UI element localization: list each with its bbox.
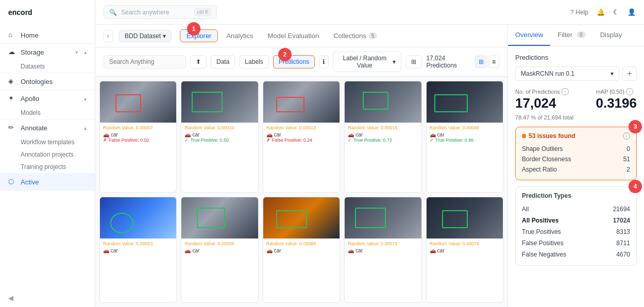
search-placeholder: Search anywhere: [121, 9, 169, 16]
sidebar-collapse-btn[interactable]: ◀: [0, 289, 95, 307]
image-card[interactable]: Random Value: 0.00007 🚗 car ✗ False Posi…: [99, 81, 177, 193]
chevron-icon: ▴: [84, 125, 87, 131]
sidebar-item-annotation-projects[interactable]: Annotation projects: [21, 148, 95, 161]
sidebar-item-label: Apollo: [21, 95, 39, 103]
list-view-button[interactable]: ≡: [488, 56, 499, 68]
dataset-selector[interactable]: BDD Dataset ▾: [119, 30, 172, 42]
car-icon: 🚗: [430, 132, 436, 138]
map-info-icon[interactable]: i: [626, 88, 633, 95]
pred-type-all-positives[interactable]: All Positives 17024: [522, 215, 630, 226]
card-info: Random Value: 0.00007 🚗 car ✗ False Posi…: [100, 123, 176, 145]
sidebar-item-home[interactable]: ⌂ Home: [0, 27, 95, 43]
step-4-indicator: 4: [629, 180, 642, 193]
user-avatar[interactable]: 👤: [628, 8, 636, 16]
data-filter-button[interactable]: Data: [211, 55, 235, 69]
theme-icon[interactable]: ☾: [613, 8, 619, 16]
add-prediction-button[interactable]: +: [622, 66, 637, 81]
upload-button[interactable]: ⬆: [190, 55, 207, 69]
issue-label: Shape Outliers: [522, 145, 563, 152]
topbar-right: ? Help 🔔 ☾ 👤: [570, 8, 636, 16]
image-card[interactable]: Random Value: 0.00015 🚗 car ✓ True Posit…: [344, 81, 421, 193]
percentage-label: 78.47 % of 21,694 total: [515, 114, 637, 121]
sidebar-item-apollo[interactable]: ✦ Apollo ▴: [0, 90, 95, 107]
predictions-section-title: Predictions: [515, 54, 637, 61]
true-positive-icon: ✓: [430, 138, 434, 143]
grid-view-button[interactable]: ⊞: [475, 56, 487, 68]
issue-row-border[interactable]: Border Closeness 51: [522, 154, 630, 164]
false-positive-icon: ✗: [103, 138, 107, 143]
sidebar-item-ontologies[interactable]: ◈ Ontologies: [0, 73, 95, 90]
detection-box: [110, 213, 133, 233]
issue-row-shape[interactable]: Shape Outliers 0: [522, 144, 630, 154]
back-button[interactable]: ‹: [104, 30, 113, 42]
home-icon: ⌂: [8, 31, 16, 39]
sidebar-item-datasets[interactable]: Datasets: [21, 60, 95, 73]
image-card[interactable]: Random Value: 0.00053 🚗 car: [99, 197, 177, 303]
tab-model-evaluation[interactable]: Model Evaluation: [261, 30, 325, 42]
sidebar-item-annotate[interactable]: ✏ Annotate ▴: [0, 120, 95, 136]
issues-info-icon[interactable]: i: [623, 132, 630, 140]
random-value: Random Value: 0.00049: [430, 125, 500, 130]
notification-icon[interactable]: 🔔: [597, 8, 605, 16]
pred-type-false-positives[interactable]: False Positives 8711: [522, 237, 630, 249]
annotate-icon: ✏: [8, 124, 16, 132]
dataset-name: BDD Dataset: [125, 32, 161, 40]
sidebar-item-label: Active: [21, 178, 39, 186]
columns-button[interactable]: ⊞: [405, 55, 422, 69]
select-chevron-icon: ▾: [611, 70, 614, 77]
image-card[interactable]: Random Value: 0.00078 🚗 car: [426, 197, 503, 303]
car-icon: 🚗: [184, 248, 191, 253]
image-thumbnail: [427, 197, 503, 238]
image-card[interactable]: Random Value: 0.00013 🚗 car ✗ False Posi…: [263, 81, 340, 193]
panel-tab-filter[interactable]: Filter 0: [550, 25, 592, 46]
true-positive-icon: ✓: [184, 138, 189, 143]
step-1-indicator: 1: [187, 22, 200, 36]
image-card[interactable]: Random Value: 0.00056 🚗 car: [181, 197, 258, 303]
issues-wrapper: 3 53 issues found i Shape Outliers 0: [515, 127, 637, 180]
search-box[interactable]: 🔍 Search anywhere ctrl K: [104, 5, 217, 19]
detection-box: [197, 208, 225, 228]
sidebar-item-label: Annotate: [21, 124, 47, 132]
pred-type-true-positives[interactable]: True Positives 8313: [522, 226, 630, 237]
object-label: 🚗 car: [348, 248, 418, 253]
sidebar-item-storage[interactable]: ☁ Storage ▾ ▴: [0, 44, 95, 60]
tab-analytics[interactable]: Analytics: [220, 30, 259, 42]
ontologies-icon: ◈: [8, 77, 16, 86]
tab-collections[interactable]: Collections 5: [327, 30, 383, 42]
chevron-down-icon: ▾: [75, 49, 78, 55]
search-anything-input[interactable]: [104, 55, 186, 69]
image-card[interactable]: Random Value: 0.00068 🚗 car: [263, 197, 340, 303]
explorer-tabs: ‹ BDD Dataset ▾ 1 Explorer Analytics Mod…: [95, 25, 507, 47]
car-icon: 🚗: [184, 132, 191, 138]
prediction-model-select[interactable]: MaskRCNN run 0.1 ▾: [515, 66, 619, 81]
image-thumbnail: [345, 81, 421, 123]
labels-filter-button[interactable]: Labels: [239, 55, 268, 69]
issue-value: 0: [626, 145, 630, 152]
sort-chevron-icon: ▾: [393, 58, 396, 65]
random-value: Random Value: 0.00013: [266, 125, 336, 130]
sidebar-item-active[interactable]: ⬡ Active: [0, 174, 95, 190]
sort-button[interactable]: Label / Random Value ▾: [333, 52, 401, 72]
active-icon: ⬡: [8, 178, 16, 186]
info-button[interactable]: ℹ: [319, 55, 329, 69]
pred-type-false-negatives[interactable]: False Negatives 4670: [522, 249, 630, 260]
help-button[interactable]: ? Help: [570, 9, 588, 16]
car-icon: 🚗: [348, 132, 354, 138]
panel-tab-overview[interactable]: Overview: [508, 25, 550, 46]
info-icon[interactable]: i: [562, 88, 569, 95]
issue-row-aspect[interactable]: Aspect Ratio 2: [522, 164, 630, 175]
sidebar-item-label: Ontologies: [21, 78, 53, 86]
sidebar-item-models[interactable]: Models: [21, 107, 95, 119]
image-card[interactable]: Random Value: 0.00071 🚗 car: [344, 197, 421, 303]
pred-type-all[interactable]: All 21694: [522, 203, 630, 215]
main-content: 🔍 Search anywhere ctrl K ? Help 🔔 ☾ 👤 ‹ …: [95, 0, 644, 307]
image-card[interactable]: Random Value: 0.00010 🚗 car ✓ True Posit…: [181, 81, 258, 193]
image-card[interactable]: Random Value: 0.00049 🚗 car ✓ True Posit…: [426, 81, 503, 193]
sidebar-item-workflow-templates[interactable]: Workflow templates: [21, 136, 95, 148]
prediction-label: ✗ False Positive: 0.02: [103, 138, 173, 143]
dropdown-icon: ▾: [163, 32, 166, 40]
panel-tab-display[interactable]: Display: [593, 25, 630, 46]
car-icon: 🚗: [348, 248, 354, 253]
sidebar-item-training-projects[interactable]: Training projects: [21, 161, 95, 173]
image-thumbnail: [181, 81, 258, 123]
